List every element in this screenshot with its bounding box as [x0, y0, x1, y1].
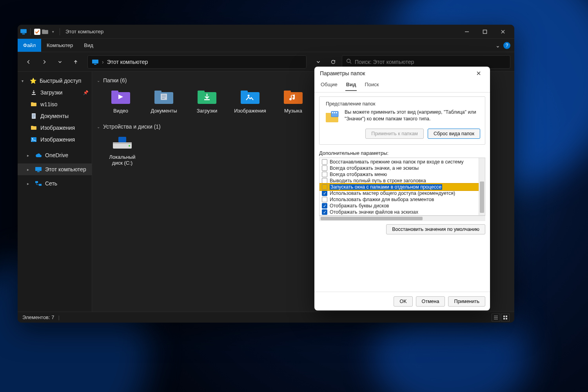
folder-icon: [30, 101, 37, 108]
nav-forward-button[interactable]: [37, 55, 51, 69]
cancel-button[interactable]: Отмена: [416, 296, 445, 307]
advanced-label: Дополнительные параметры:: [319, 150, 485, 156]
chevron-right-icon: ▸: [27, 181, 32, 186]
menu-computer[interactable]: Компьютер: [41, 39, 78, 52]
folder-view-group: Представление папок Вы можете применить …: [319, 96, 485, 145]
checkbox[interactable]: ✓: [322, 191, 327, 196]
breadcrumb-location: Этот компьютер: [107, 59, 148, 65]
sidebar-item[interactable]: Изображения: [18, 134, 92, 145]
star-icon: ⭐: [29, 77, 36, 84]
advanced-option[interactable]: Всегда отображать значки, а не эскизы: [319, 165, 479, 171]
tab-view[interactable]: Вид: [345, 80, 357, 91]
chevron-down-icon[interactable]: ▾: [49, 28, 56, 35]
svg-rect-30: [198, 91, 205, 93]
minimize-button[interactable]: [458, 25, 476, 38]
menu-view[interactable]: Вид: [78, 39, 99, 52]
advanced-option[interactable]: ✓Отображать буквы дисков: [319, 203, 479, 209]
maximize-button[interactable]: [476, 25, 494, 38]
restore-defaults-button[interactable]: Восстановить значения по умолчанию: [386, 224, 485, 234]
network-icon: [35, 180, 42, 187]
sidebar-item[interactable]: Документы: [18, 110, 92, 122]
svg-rect-36: [284, 91, 291, 93]
advanced-option[interactable]: ✓Отображать значки файлов на эскизах: [319, 209, 479, 215]
svg-rect-12: [31, 103, 36, 106]
checkbox[interactable]: [322, 197, 327, 202]
drive-icon: [111, 134, 134, 152]
folder-item[interactable]: Музыка: [277, 88, 309, 114]
svg-rect-54: [336, 112, 337, 113]
svg-rect-16: [31, 126, 33, 127]
sidebar-quick-access[interactable]: ▾ ⭐ Быстрый доступ: [18, 75, 92, 87]
folder-item[interactable]: Загрузки: [191, 88, 223, 114]
svg-rect-3: [42, 30, 48, 34]
folder-item[interactable]: Видео: [105, 88, 137, 114]
sidebar-this-pc[interactable]: ▸ Этот компьютер: [18, 163, 92, 175]
nav-recent-button[interactable]: [53, 55, 67, 69]
pin-icon: 📌: [83, 90, 89, 95]
checkbox-icon: [34, 28, 41, 35]
tab-general[interactable]: Общие: [320, 80, 338, 91]
docs-folder-icon: [153, 88, 175, 105]
view-icons-button[interactable]: [501, 314, 510, 321]
sidebar-item[interactable]: Изображения: [18, 122, 92, 134]
svg-rect-47: [503, 318, 505, 319]
folder-item[interactable]: Изображения: [234, 88, 266, 114]
folder-options-dialog: Параметры папок Общие Вид Поиск Представ…: [314, 67, 490, 310]
monitor-icon: [35, 166, 42, 173]
docs-icon: [30, 113, 37, 120]
drive-item[interactable]: Локальный диск (C:): [105, 134, 140, 166]
close-button[interactable]: [473, 67, 485, 79]
folder-icon: [42, 28, 49, 35]
dialog-title: Параметры папок: [320, 70, 365, 76]
folder-view-text: Вы можете применить этот вид (например, …: [345, 109, 480, 122]
chevron-right-icon: ▸: [27, 167, 32, 172]
apply-to-folders-button[interactable]: Применить к папкам: [365, 129, 424, 139]
svg-rect-27: [154, 91, 162, 93]
advanced-option[interactable]: ✓Использовать мастер общего доступа (рек…: [319, 190, 479, 196]
advanced-option[interactable]: Выводить полный путь в строке заголовка: [319, 178, 479, 184]
help-icon[interactable]: ?: [503, 42, 510, 49]
svg-rect-50: [326, 113, 331, 114]
checkbox[interactable]: ✓: [322, 209, 327, 215]
checkbox[interactable]: [322, 159, 327, 165]
menu-file[interactable]: Файл: [18, 39, 41, 52]
folder-item[interactable]: Документы: [148, 88, 180, 114]
svg-rect-1: [22, 33, 25, 34]
chevron-down-icon: ▾: [22, 79, 26, 83]
vertical-scrollbar[interactable]: [479, 158, 485, 215]
sidebar-item[interactable]: Загрузки📌: [18, 87, 92, 98]
checkbox[interactable]: [322, 178, 327, 183]
nav-back-button[interactable]: [22, 55, 36, 69]
advanced-option[interactable]: Восстанавливать прежние окна папок при в…: [319, 159, 479, 165]
checkbox[interactable]: [322, 165, 327, 171]
reset-folder-view-button[interactable]: Сброс вида папок: [428, 129, 480, 139]
advanced-option[interactable]: Запускать окна с папками в отдельном про…: [319, 184, 479, 190]
ok-button[interactable]: OK: [394, 296, 412, 307]
checkbox[interactable]: [322, 172, 327, 177]
svg-rect-33: [241, 91, 248, 93]
close-button[interactable]: [494, 25, 512, 38]
svg-rect-42: [113, 142, 132, 144]
horizontal-scrollbar[interactable]: [319, 216, 485, 221]
sidebar-onedrive[interactable]: ▸ OneDrive: [18, 149, 92, 161]
ribbon-collapse-icon[interactable]: ⌄: [495, 42, 500, 49]
nav-up-button[interactable]: [69, 55, 83, 69]
advanced-option[interactable]: Всегда отображать меню: [319, 171, 479, 178]
svg-rect-15: [31, 126, 36, 130]
status-item-count: Элементов: 7: [22, 314, 54, 320]
folder-view-icon: [324, 109, 340, 125]
search-placeholder: Поиск: Этот компьютер: [355, 59, 414, 65]
checkbox[interactable]: [322, 184, 327, 190]
sidebar-network[interactable]: ▸ Сеть: [18, 178, 92, 189]
breadcrumb[interactable]: › Этот компьютер: [87, 55, 307, 69]
advanced-option[interactable]: Использовать флажки для выбора элементов: [319, 196, 479, 203]
sidebar-item[interactable]: w11iso: [18, 98, 92, 110]
tab-search[interactable]: Поиск: [364, 80, 379, 91]
svg-rect-53: [334, 112, 335, 113]
svg-rect-22: [39, 184, 42, 186]
apply-button[interactable]: Применить: [448, 296, 485, 307]
chevron-right-icon: ›: [102, 59, 104, 65]
pictures-icon: [30, 136, 37, 143]
view-details-button[interactable]: [492, 314, 500, 321]
checkbox[interactable]: ✓: [322, 203, 327, 209]
